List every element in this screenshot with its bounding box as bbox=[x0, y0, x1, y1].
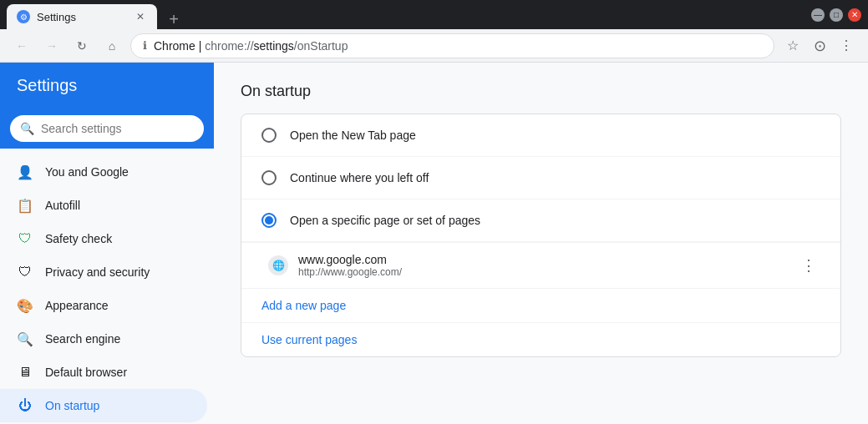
sidebar-item-default-browser[interactable]: 🖥 Default browser bbox=[0, 356, 214, 389]
shield2-icon: 🛡 bbox=[17, 264, 33, 280]
address-bar: ← → ↻ ⌂ ℹ Chrome | chrome://settings/onS… bbox=[0, 29, 868, 63]
tab-close-button[interactable]: ✕ bbox=[134, 10, 147, 23]
sidebar-item-label: On startup bbox=[45, 399, 99, 412]
palette-icon: 🎨 bbox=[17, 297, 33, 314]
use-current-pages-link[interactable]: Use current pages bbox=[241, 322, 840, 356]
page-title: On startup bbox=[241, 83, 841, 100]
option-continue[interactable]: Continue where you left off bbox=[241, 157, 840, 199]
new-tab-button[interactable]: + bbox=[164, 9, 184, 29]
site-url: http://www.google.com/ bbox=[298, 266, 787, 278]
site-info-icon[interactable]: ℹ bbox=[143, 39, 147, 52]
sidebar-item-label: Safety check bbox=[45, 232, 112, 245]
minimize-button[interactable]: — bbox=[811, 8, 825, 22]
sidebar-item-label: Default browser bbox=[45, 366, 127, 379]
sidebar: Settings 🔍 👤 You and Google 📋 Autofill bbox=[0, 63, 214, 424]
sidebar-scroll: 👤 You and Google 📋 Autofill 🛡 Safety che… bbox=[0, 149, 214, 424]
active-tab[interactable]: ⚙ Settings ✕ bbox=[7, 4, 157, 29]
radio-inner-dot bbox=[265, 216, 273, 225]
shield-icon: 🛡 bbox=[17, 230, 33, 247]
sidebar-title: Settings bbox=[17, 76, 77, 94]
site-entry: 🌐 www.google.com http://www.google.com/ … bbox=[241, 242, 840, 288]
close-button[interactable]: ✕ bbox=[848, 8, 861, 22]
sidebar-item-you-and-google[interactable]: 👤 You and Google bbox=[0, 155, 214, 189]
browser-icon: 🖥 bbox=[17, 364, 33, 381]
sidebar-item-appearance[interactable]: 🎨 Appearance bbox=[0, 289, 214, 322]
url-scheme: chrome:// bbox=[205, 39, 253, 53]
site-name: www.google.com bbox=[298, 253, 787, 266]
sidebar-item-privacy-and-security[interactable]: 🛡 Privacy and security bbox=[0, 255, 214, 289]
add-new-page-link[interactable]: Add a new page bbox=[241, 288, 840, 322]
tab-strip: ⚙ Settings ✕ + bbox=[7, 0, 811, 29]
person-icon: 👤 bbox=[17, 164, 33, 180]
options-card: Open the New Tab page Continue where you… bbox=[241, 114, 841, 357]
url-after: /onStartup bbox=[294, 39, 348, 53]
option-specific-page[interactable]: Open a specific page or set of pages bbox=[241, 199, 840, 242]
site-globe-icon: 🌐 bbox=[268, 255, 288, 275]
sidebar-nav: 👤 You and Google 📋 Autofill 🛡 Safety che… bbox=[0, 149, 214, 424]
autofill-icon: 📋 bbox=[17, 197, 33, 214]
option-new-tab-label: Open the New Tab page bbox=[290, 129, 416, 142]
radio-continue[interactable] bbox=[261, 170, 277, 185]
radio-specific-page[interactable] bbox=[261, 213, 277, 228]
option-new-tab[interactable]: Open the New Tab page bbox=[241, 114, 840, 157]
search-icon: 🔍 bbox=[17, 331, 33, 347]
sidebar-item-autofill[interactable]: 📋 Autofill bbox=[0, 189, 214, 222]
sidebar-item-on-startup[interactable]: ⏻ On startup bbox=[0, 389, 207, 422]
site-menu-button[interactable]: ⋮ bbox=[797, 254, 820, 277]
home-button[interactable]: ⌂ bbox=[100, 34, 124, 58]
tab-favicon: ⚙ bbox=[17, 10, 30, 23]
sidebar-item-safety-check[interactable]: 🛡 Safety check bbox=[0, 222, 214, 255]
url-prefix: Chrome bbox=[154, 39, 195, 53]
url-bar[interactable]: ℹ Chrome | chrome://settings/onStartup bbox=[130, 33, 774, 58]
url-bar-actions: ☆ ⊙ ⋮ bbox=[781, 34, 858, 58]
search-icon: 🔍 bbox=[20, 122, 34, 135]
sidebar-item-search-engine[interactable]: 🔍 Search engine bbox=[0, 322, 214, 356]
main-layout: Settings 🔍 👤 You and Google 📋 Autofill bbox=[0, 63, 868, 424]
chrome-menu-button[interactable]: ⋮ bbox=[835, 34, 858, 58]
url-text: Chrome | chrome://settings/onStartup bbox=[154, 39, 348, 53]
site-info: www.google.com http://www.google.com/ bbox=[298, 253, 787, 278]
power-icon: ⏻ bbox=[17, 397, 33, 414]
tab-title: Settings bbox=[37, 11, 127, 23]
back-button[interactable]: ← bbox=[10, 34, 33, 58]
profile-button[interactable]: ⊙ bbox=[808, 34, 831, 58]
forward-button[interactable]: → bbox=[40, 34, 63, 58]
title-bar: ⚙ Settings ✕ + — □ ✕ bbox=[0, 0, 868, 29]
content-area: On startup Open the New Tab page Continu… bbox=[214, 63, 868, 424]
search-input[interactable] bbox=[41, 122, 194, 135]
sidebar-header: Settings bbox=[0, 63, 214, 109]
option-continue-label: Continue where you left off bbox=[290, 171, 429, 184]
sidebar-item-label: Appearance bbox=[45, 299, 109, 312]
window-controls: — □ ✕ bbox=[811, 8, 861, 22]
url-path: settings bbox=[254, 39, 294, 53]
option-specific-page-label: Open a specific page or set of pages bbox=[290, 214, 480, 227]
reload-button[interactable]: ↻ bbox=[70, 34, 94, 58]
maximize-button[interactable]: □ bbox=[830, 8, 843, 22]
sidebar-item-label: You and Google bbox=[45, 165, 129, 179]
sidebar-item-label: Autofill bbox=[45, 199, 80, 212]
radio-new-tab[interactable] bbox=[261, 128, 277, 143]
bookmark-button[interactable]: ☆ bbox=[781, 34, 805, 58]
sidebar-item-label: Search engine bbox=[45, 332, 120, 346]
sidebar-item-label: Privacy and security bbox=[45, 265, 150, 279]
